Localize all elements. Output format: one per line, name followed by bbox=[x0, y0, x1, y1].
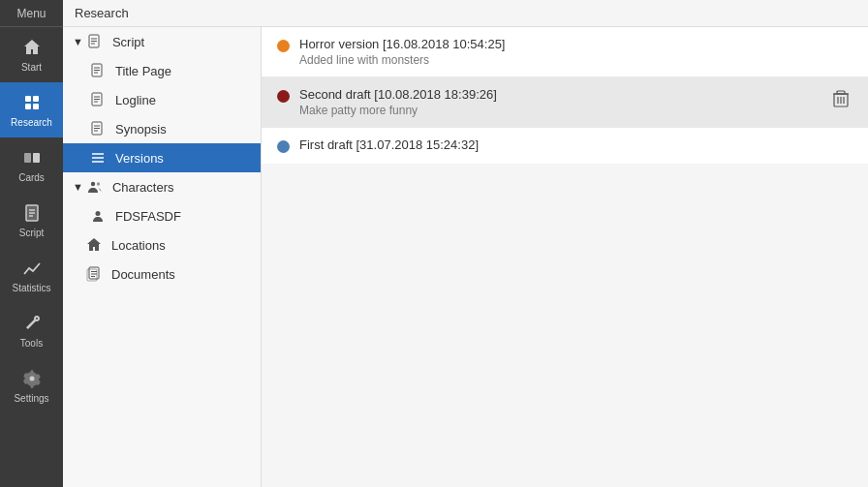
statistics-icon bbox=[21, 258, 43, 279]
tree-item-documents[interactable]: Documents bbox=[63, 259, 261, 289]
sidebar-item-research[interactable]: Research bbox=[0, 82, 63, 137]
delete-button[interactable] bbox=[829, 87, 852, 110]
svg-rect-3 bbox=[33, 104, 39, 109]
tree-item-characters[interactable]: ▼ Characters bbox=[63, 172, 261, 201]
chevron-down-icon: ▼ bbox=[73, 36, 83, 47]
sidebar-tools-label: Tools bbox=[20, 338, 43, 349]
tree-item-title-page[interactable]: Title Page bbox=[63, 56, 261, 85]
sidebar-item-script[interactable]: Script bbox=[0, 193, 63, 248]
sidebar-statistics-label: Statistics bbox=[12, 283, 50, 293]
home2-icon bbox=[86, 237, 102, 253]
icon-sidebar: Start Research Cards bbox=[0, 27, 63, 487]
page-icon-2 bbox=[90, 92, 106, 107]
version-dot-2 bbox=[277, 90, 290, 103]
list-icon bbox=[90, 150, 106, 166]
tree-item-script[interactable]: ▼ Script bbox=[63, 27, 261, 56]
version-item: Horror version [16.08.2018 10:54:25] Add… bbox=[262, 27, 868, 77]
tree-label-title-page: Title Page bbox=[115, 64, 171, 78]
menu-header[interactable]: Menu bbox=[0, 0, 63, 27]
svg-rect-1 bbox=[33, 96, 39, 102]
research-icon bbox=[21, 92, 43, 113]
cards-icon bbox=[21, 147, 43, 168]
sidebar-start-label: Start bbox=[21, 62, 42, 73]
sidebar-item-statistics[interactable]: Statistics bbox=[0, 248, 63, 303]
tree-label-logline: Logline bbox=[115, 93, 156, 107]
tree-label-documents: Documents bbox=[111, 267, 175, 282]
chevron-down-icon-2: ▼ bbox=[73, 181, 83, 193]
page-icon bbox=[90, 63, 106, 78]
version-info-2: Second draft [10.08.2018 18:39:26] Make … bbox=[299, 87, 829, 117]
svg-rect-4 bbox=[24, 153, 31, 163]
svg-rect-2 bbox=[25, 104, 31, 109]
script-icon bbox=[21, 202, 43, 224]
version-desc-2: Make patty more funny bbox=[299, 104, 829, 117]
sidebar-item-cards[interactable]: Cards bbox=[0, 137, 63, 193]
version-desc-1: Added line with monsters bbox=[299, 53, 852, 67]
page-icon-3 bbox=[90, 121, 106, 137]
sidebar-settings-label: Settings bbox=[14, 393, 48, 404]
settings-icon bbox=[21, 368, 43, 389]
sidebar-research-label: Research bbox=[11, 117, 52, 128]
tree-label-script: Script bbox=[112, 35, 144, 49]
sidebar-item-tools[interactable]: Tools bbox=[0, 303, 63, 358]
tree-label-characters: Characters bbox=[112, 180, 174, 195]
sidebar-item-settings[interactable]: Settings bbox=[0, 358, 63, 413]
version-item-2: Second draft [10.08.2018 18:39:26] Make … bbox=[262, 77, 868, 128]
tree-item-locations[interactable]: Locations bbox=[63, 230, 261, 259]
sidebar-cards-label: Cards bbox=[18, 172, 45, 183]
menu-label: Menu bbox=[16, 7, 46, 20]
people-icon bbox=[87, 179, 103, 195]
tree-item-versions[interactable]: Versions bbox=[63, 143, 261, 172]
content-area: ▼ Script bbox=[63, 27, 868, 487]
tree-item-fdsfasdf[interactable]: FDSFASDF bbox=[63, 201, 261, 230]
doc-icon bbox=[87, 34, 103, 49]
left-column: Menu Start Research bbox=[0, 0, 63, 487]
version-info-1: Horror version [16.08.2018 10:54:25] Add… bbox=[299, 37, 852, 67]
docs-icon bbox=[86, 266, 102, 282]
svg-point-32 bbox=[97, 182, 100, 185]
version-title-3[interactable]: First draft [31.07.2018 15:24:32] bbox=[299, 137, 852, 152]
version-title-2[interactable]: Second draft [10.08.2018 18:39:26] bbox=[299, 87, 829, 102]
tree-label-locations: Locations bbox=[111, 238, 166, 253]
tree-item-synopsis[interactable]: Synopsis bbox=[63, 114, 261, 143]
version-title-1[interactable]: Horror version [16.08.2018 10:54:25] bbox=[299, 37, 852, 51]
version-dot-3 bbox=[277, 140, 290, 153]
version-dot-1 bbox=[277, 40, 290, 52]
tree-label-versions: Versions bbox=[115, 151, 164, 166]
top-header: Research bbox=[63, 0, 868, 27]
tree-label-fdsfasdf: FDSFASDF bbox=[115, 209, 181, 224]
tree-label-synopsis: Synopsis bbox=[115, 122, 167, 137]
svg-rect-0 bbox=[25, 96, 31, 102]
page-title: Research bbox=[75, 6, 129, 20]
sidebar-item-start[interactable]: Start bbox=[0, 27, 63, 82]
sidebar-script-label: Script bbox=[19, 228, 45, 238]
tools-icon bbox=[21, 313, 43, 334]
tree-item-logline[interactable]: Logline bbox=[63, 85, 261, 114]
person-icon bbox=[90, 208, 106, 224]
version-info-3: First draft [31.07.2018 15:24:32] bbox=[299, 137, 852, 154]
svg-point-33 bbox=[96, 211, 101, 216]
home-icon bbox=[21, 37, 43, 58]
svg-point-31 bbox=[91, 182, 95, 186]
svg-rect-5 bbox=[33, 153, 40, 163]
version-item-3: First draft [31.07.2018 15:24:32] bbox=[262, 128, 868, 164]
main-area: Research ▼ Script bbox=[63, 0, 868, 487]
tree-sidebar: ▼ Script bbox=[63, 27, 262, 487]
content-panel: Horror version [16.08.2018 10:54:25] Add… bbox=[262, 27, 868, 487]
